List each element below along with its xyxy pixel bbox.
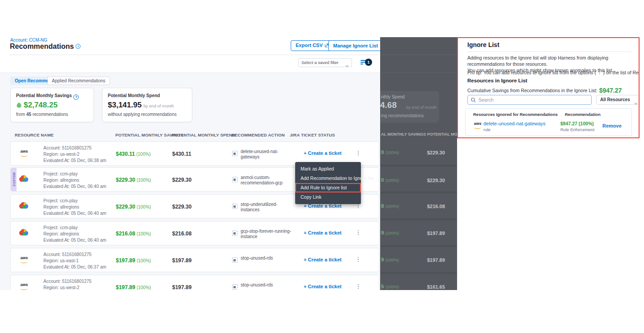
aws-icon: aws	[19, 256, 30, 265]
spend-cell: $197.89	[172, 284, 191, 290]
dimmed-savings-cell: 8(100%)	[381, 203, 399, 209]
rule-icon	[232, 257, 237, 263]
kebab-menu-icon[interactable]: ⋮	[354, 256, 362, 263]
ignored-resource-type: rule	[483, 127, 491, 132]
filter-panel-button[interactable]: 1	[360, 59, 374, 67]
search-icon	[471, 98, 476, 102]
dimmed-row-gap	[380, 165, 457, 166]
kebab-menu-icon[interactable]: ⋮	[354, 283, 362, 290]
create-ticket-link[interactable]: + Create a ticket	[304, 150, 342, 156]
dimmed-spend-cell: $197.89	[427, 257, 445, 263]
create-ticket-link[interactable]: + Create a ticket	[304, 230, 342, 235]
screenshot-canvas: Account: CCM-NG Recommendationsi Export …	[0, 0, 644, 333]
manage-ignore-list-label: Manage Ignore List	[333, 43, 378, 48]
ignore-col-header-resources: Resources Ignored for Recommendations	[473, 112, 558, 117]
savings-card-label: Potential Monthly Savings?	[16, 93, 79, 100]
cumulative-savings: Cumulative Savings from Recommendations …	[467, 87, 622, 94]
savings-leaf-icon	[16, 101, 22, 110]
rule-icon	[232, 177, 237, 182]
dimmed-card-value: 4.68	[380, 100, 397, 110]
create-ticket-link[interactable]: + Create a ticket	[304, 284, 342, 289]
resource-details: Account: 511616801275Region: us-east-1Ev…	[43, 252, 106, 270]
savings-cell: $197.89(100%)	[116, 284, 151, 290]
resource-details: Account: 511616801275Region: us-west-2	[43, 278, 92, 290]
dimmed-spend-cell: $161.65	[427, 284, 445, 290]
recommendations-page: Account: CCM-NG Recommendationsi Export …	[0, 37, 380, 290]
page-title-text: Recommendations	[10, 43, 74, 50]
table-row[interactable]: aws Account: 511616801275Region: us-east…	[10, 248, 379, 272]
menu-item-add-recommendation-to-ignore-list[interactable]: Add Recommendation to Ignore list	[295, 174, 361, 183]
cumulative-savings-value: $947.27	[599, 87, 622, 94]
menu-item-add-rule-to-ignore-list[interactable]: Add Rule to Ignore list	[295, 183, 361, 192]
ignored-savings: $947.27 (100%)	[560, 121, 594, 126]
dimmed-savings-cell: 0(100%)	[381, 177, 399, 183]
ignore-col-header-recommendation: Recommendation	[565, 112, 601, 117]
kebab-menu-icon[interactable]: ⋮	[354, 229, 362, 236]
dimmed-col-header: POTENTIAL MONTHL	[427, 132, 457, 137]
header-divider	[9, 55, 379, 55]
manage-ignore-list-button[interactable]: Manage Ignore List	[328, 40, 380, 51]
saved-filter-value: Select a saved filter	[301, 60, 339, 65]
spend-card-label: Potential Monthly Spend	[108, 93, 160, 98]
dimmed-spend-cell: $197.89	[427, 231, 445, 236]
dimmed-card-sub: ing recommendations	[381, 113, 424, 118]
ignore-list-search[interactable]	[467, 95, 592, 105]
rule-icon	[232, 151, 237, 156]
spend-value-text: $3,141.95	[108, 101, 142, 109]
savings-value-text: $2,748.25	[24, 101, 58, 109]
table-row[interactable]: Project: ccm-playRegion: allregionsEvalu…	[10, 221, 379, 245]
col-header-jira-status: JIRA TICKET STATUS	[290, 132, 335, 137]
rule-icon	[232, 231, 237, 236]
dimmed-spend-cell: $216.08	[427, 204, 445, 209]
kebab-menu-icon[interactable]: ⋮	[354, 149, 362, 156]
menu-item-mark-as-applied[interactable]: Mark as Applied	[295, 164, 361, 174]
resource-details: Project: ccm-playRegion: allregionsEvalu…	[43, 225, 106, 243]
resource-details: Project: ccm-playRegion: allregionsEvalu…	[43, 198, 106, 217]
aws-icon: aws	[472, 121, 484, 130]
ignore-list-table: Resources Ignored for Recommendations Re…	[465, 108, 632, 136]
saved-filter-select[interactable]: Select a saved filter	[298, 58, 352, 67]
modal-backdrop-strip: nthly Spend 4.68 by end of month ing rec…	[380, 37, 457, 290]
dimmed-card-label: nthly Spend	[381, 94, 405, 99]
savings-cell: $430.11(100%)	[116, 151, 151, 157]
savings-cell: $197.89(100%)	[116, 257, 151, 264]
breadcrumb[interactable]: Account: CCM-NG	[10, 38, 47, 43]
savings-sub-prefix: from	[16, 112, 25, 117]
ignore-list-modal: Ignore List Adding resources to the Igno…	[457, 37, 640, 138]
dim-divider	[380, 55, 457, 55]
create-ticket-link[interactable]: + Create a ticket	[304, 257, 342, 262]
spend-value-suffix: by end of month	[144, 103, 174, 108]
ignored-resource-link[interactable]: delete-unused-nat-gateways	[483, 121, 546, 126]
action-cell: anmol-custom-recommendation-gcp	[241, 175, 295, 186]
dimmed-row-gap	[380, 218, 457, 220]
aws-icon: aws	[19, 282, 30, 290]
spend-card-value: $3,141.95by end of month	[108, 101, 174, 110]
gcp-icon	[19, 202, 30, 211]
spend-cell: $229.30	[172, 177, 191, 183]
spend-cell: $430.11	[172, 151, 191, 157]
action-cell: stop-underutilized-instances	[241, 202, 295, 213]
dimmed-col-header: AL MONTHLY SAVINGS	[381, 132, 426, 137]
export-csv-label: Export CSV	[296, 43, 323, 48]
savings-sub-count: 45	[26, 112, 31, 117]
gcp-icon	[19, 175, 30, 184]
remove-button[interactable]: Remove	[602, 123, 622, 128]
table-row[interactable]: aws Account: 511616801275Region: us-west…	[10, 275, 379, 290]
export-csv-button[interactable]: Export CSV	[291, 40, 334, 51]
potential-savings-card: Potential Monthly Savings? $2,748.25 fro…	[10, 88, 94, 122]
spend-cell: $216.08	[172, 231, 191, 237]
savings-card-sub: from 45 recommendations	[16, 112, 68, 117]
menu-item-copy-link[interactable]: Copy Link	[295, 192, 361, 202]
kebab-icon: ⋮	[597, 70, 602, 75]
tab-applied-recommendations[interactable]: Applied Recommendations	[47, 77, 110, 85]
dimmed-row-gap	[380, 245, 457, 247]
help-icon[interactable]: ?	[73, 94, 79, 100]
info-icon[interactable]: i	[76, 44, 80, 49]
dimmed-savings-cell: 0(100%)	[381, 149, 399, 155]
savings-cell: $229.30(100%)	[116, 177, 151, 183]
search-input[interactable]	[479, 96, 588, 104]
resources-filter-select[interactable]: All Resources	[596, 95, 640, 105]
resource-details: Project: ccm-playRegion: allregionsEvalu…	[43, 171, 106, 190]
dimmed-savings-cell: 9(100%)	[381, 257, 399, 262]
col-header-monthly-spend: POTENTIAL MONTHLY SPEND	[172, 132, 235, 137]
